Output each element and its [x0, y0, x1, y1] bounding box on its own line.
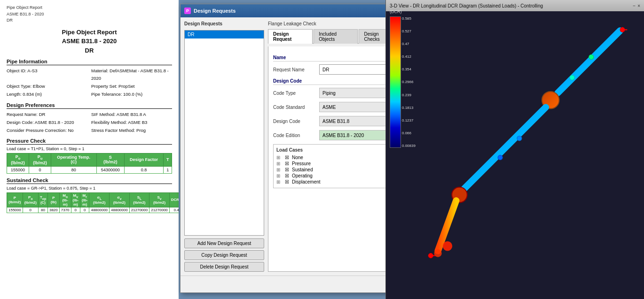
design-prefs-grid: Request Name: DR SIF Method: ASME B31.8 …: [7, 111, 172, 134]
sustained-table: P(lb/m2) Po(lb/m2) Top(C) P(lb) Mo(lb-m)…: [7, 192, 179, 214]
checkbox-displacement[interactable]: ☒: [285, 179, 289, 184]
code-edition-label: Code Edition: [273, 133, 315, 138]
scale-value-9: 0.066: [402, 131, 423, 135]
request-name-label: Request Name: [273, 67, 315, 72]
design-code-label: Design Code: [273, 119, 315, 124]
3d-view-panel: 3-D View - DR Longitudinal DCR Diagram (…: [385, 0, 644, 299]
table-row: 155000 0 80 54300000 0.8 1: [7, 166, 172, 173]
left-panel: Design Requests DR Add New Design Reques…: [184, 21, 264, 272]
load-case-sustained-label: Sustained: [292, 167, 313, 172]
pipe-report-header: Pipe Object Report ASME B31.8 - 2020 DR: [7, 5, 172, 24]
checkbox-sustained[interactable]: ☒: [285, 167, 289, 172]
svg-point-16: [517, 136, 522, 141]
code-standard-label: Code Standard: [273, 105, 315, 110]
expand-icon-pressure[interactable]: ⊞: [276, 161, 282, 166]
scale-value-7: 0.1813: [402, 106, 423, 110]
expand-icon-none[interactable]: ⊞: [276, 155, 282, 160]
sustained-load-case: Load case = GR->P1, Station = 0.875, Ste…: [7, 186, 172, 191]
expand-icon-displacement[interactable]: ⊞: [276, 179, 282, 184]
svg-point-6: [443, 241, 452, 251]
sustained-check-heading: Sustained Check: [7, 177, 172, 184]
3d-view-title: 3-D View - DR Longitudinal DCR Diagram (…: [390, 3, 543, 8]
3d-pipe-canvas: [424, 11, 644, 299]
scale-value-0: 0.585: [402, 16, 423, 21]
scale-value-6: 0.239: [402, 93, 423, 97]
3d-view-titlebar: 3-D View - DR Longitudinal DCR Diagram (…: [386, 0, 644, 11]
close-icon[interactable]: ×: [637, 3, 640, 8]
pressure-table: Po(lb/m2) Pu(lb/m2) Operating Temp.(C) S…: [7, 153, 172, 174]
load-case-displacement-label: Displacement: [292, 179, 321, 184]
pipe-info-heading: Pipe Information: [7, 59, 172, 65]
svg-rect-0: [424, 12, 644, 299]
code-type-label: Code Type: [273, 91, 315, 96]
load-case-none-label: None: [292, 155, 303, 160]
list-item-dr[interactable]: DR: [185, 31, 264, 38]
svg-point-17: [498, 155, 503, 160]
expand-icon-operating[interactable]: ⊞: [276, 173, 282, 178]
expand-icon-sustained[interactable]: ⊞: [276, 167, 282, 172]
pipe-report-panel: Pipe Object Report ASME B31.8 - 2020 DR …: [0, 0, 179, 299]
left-buttons: Add New Design Request Copy Design Reque…: [184, 238, 264, 272]
table-row: 155000 0 80 3820 7370 0 0 48800000 48800…: [7, 207, 179, 213]
minimize-icon[interactable]: −: [633, 3, 636, 8]
checkbox-none[interactable]: ☒: [285, 155, 289, 160]
design-requests-list-label: Design Requests: [184, 21, 264, 26]
scale-labels: 0.585 0.527 0.47 0.412 0.354 0.2966 0.23…: [402, 16, 423, 148]
design-requests-list[interactable]: DR: [184, 30, 264, 236]
scale-value-2: 0.47: [402, 42, 423, 46]
load-case-pressure-label: Pressure: [292, 161, 311, 166]
pipe-info-grid: Object ID: A-S3 Material: DefASMEMat - A…: [7, 67, 172, 99]
scale-value-1: 0.527: [402, 29, 423, 33]
tab-design-request[interactable]: Design Request: [268, 29, 313, 44]
scale-value-5: 0.2966: [402, 80, 423, 84]
copy-design-request-button[interactable]: Copy Design Request: [184, 250, 264, 260]
scale-value-4: 0.354: [402, 67, 423, 71]
pipe-report-title: Pipe Object Report ASME B31.8 - 2020 DR: [7, 28, 172, 55]
dcr-label: (DCR): [390, 9, 402, 14]
pressure-load-case: Load case = T1+P1, Station = 0, Step = 1: [7, 146, 172, 151]
delete-design-request-button[interactable]: Delete Design Request: [184, 262, 264, 272]
dialog-title: Design Requests: [194, 8, 236, 14]
pressure-check-heading: Pressure Check: [7, 138, 172, 145]
svg-point-15: [570, 75, 574, 80]
color-scale-bar: [390, 16, 401, 148]
scale-value-10: 0.00839: [402, 144, 423, 148]
scale-value-8: 0.1237: [402, 118, 423, 123]
design-prefs-heading: Design Preferences: [7, 102, 172, 109]
checkbox-operating[interactable]: ☒: [285, 173, 289, 178]
dialog-icon: P: [184, 8, 191, 14]
tab-included-objects[interactable]: Included Objects: [314, 29, 358, 44]
checkbox-pressure[interactable]: ☒: [285, 161, 289, 166]
3d-pipe-svg: [424, 11, 644, 299]
add-new-design-request-button[interactable]: Add New Design Request: [184, 238, 264, 248]
svg-point-14: [589, 54, 594, 59]
scale-value-3: 0.412: [402, 54, 423, 59]
load-case-operating-label: Operating: [292, 173, 313, 178]
